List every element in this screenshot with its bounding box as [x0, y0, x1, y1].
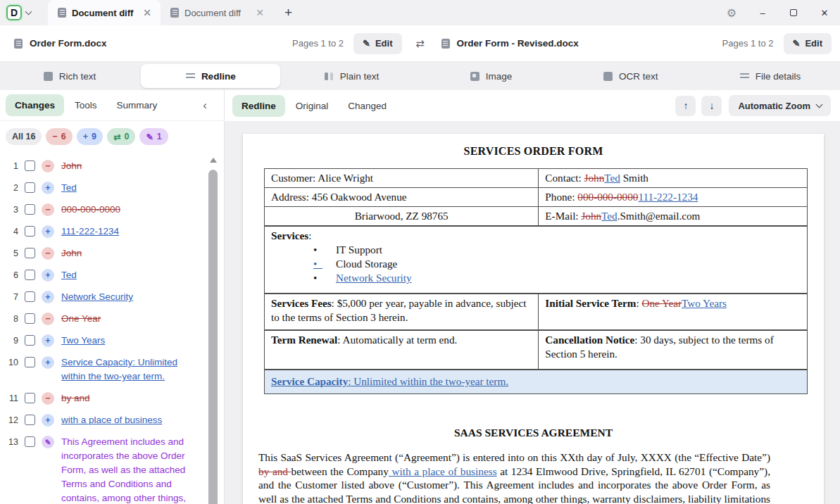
view-tab-redline[interactable]: Redline — [141, 64, 280, 88]
zoom-dropdown[interactable]: Automatic Zoom — [729, 95, 831, 116]
change-row[interactable]: 13✎This Agreement includes and incorpora… — [0, 432, 224, 504]
change-checkbox[interactable] — [25, 182, 35, 193]
change-row[interactable]: 3−000-000-0000 — [0, 200, 224, 222]
change-row[interactable]: 6+Ted — [0, 265, 224, 287]
change-checkbox[interactable] — [25, 204, 35, 215]
scrollbar-thumb[interactable] — [208, 170, 218, 504]
filter-ins-chip[interactable]: +9 — [77, 128, 103, 145]
bullet-text: IT Support — [336, 243, 382, 257]
term-cell: Initial Service Term: One YearTwo Years — [539, 294, 808, 330]
change-number: 11 — [0, 391, 18, 405]
text-segment: : Unlimited within the two-year term. — [348, 375, 508, 387]
change-text[interactable]: 111-222-1234 — [61, 225, 203, 239]
change-checkbox[interactable] — [25, 160, 35, 171]
change-row[interactable]: 9+Two Years — [0, 331, 224, 353]
sidebar-tab-changes[interactable]: Changes — [6, 94, 64, 116]
next-change-button[interactable]: ↓ — [701, 96, 722, 116]
viewer-mode-redline[interactable]: Redline — [232, 95, 285, 117]
window-tab-document-diff[interactable]: Document diff✕ — [48, 0, 161, 25]
app-logo: D — [6, 5, 22, 20]
change-text[interactable]: This Agreement includes and incorporates… — [61, 435, 203, 504]
new-tab-button[interactable]: + — [273, 0, 303, 25]
change-text[interactable]: 000-000-0000 — [61, 203, 203, 217]
swap-documents-icon[interactable]: ⇄ — [415, 37, 425, 50]
change-text[interactable]: John — [61, 246, 203, 260]
change-checkbox[interactable] — [25, 436, 35, 447]
right-document-name: Order Form - Revised.docx — [457, 38, 579, 49]
viewer-panel: RedlineOriginalChanged ↑ ↓ Automatic Zoo… — [225, 90, 840, 504]
change-checkbox[interactable] — [25, 393, 35, 403]
ins-icon: + — [42, 414, 54, 427]
text-segment: 111-222-1234 — [638, 191, 698, 203]
sidebar-tab-summary[interactable]: Summary — [108, 94, 167, 116]
change-text[interactable]: Service Capacity: Unlimited within the t… — [61, 355, 203, 384]
maximize-button[interactable] — [778, 0, 809, 25]
previous-change-button[interactable]: ↑ — [675, 96, 696, 116]
change-row[interactable]: 5−John — [0, 244, 224, 265]
viewer-mode-changed[interactable]: Changed — [339, 95, 396, 117]
view-tab-file-details[interactable]: File details — [701, 62, 840, 90]
titlebar: D Document diff✕Document diff✕ + ⚙ – ✕ — [0, 0, 840, 25]
collapse-sidebar-chevron[interactable]: ‹ — [203, 99, 207, 111]
view-tab-label: Rich text — [59, 71, 96, 82]
document-canvas[interactable]: SERVICES ORDER FORM Customer: Alice Wrig… — [225, 121, 840, 504]
left-edit-button[interactable]: ✎ Edit — [353, 33, 401, 54]
scroll-up-arrow-icon[interactable] — [210, 158, 217, 163]
filter-edit-chip[interactable]: ✎1 — [139, 128, 168, 145]
bullet-text: Network Security — [336, 271, 412, 285]
view-tab-ocr-text[interactable]: OCR text — [561, 62, 701, 90]
change-text[interactable]: Ted — [61, 268, 203, 282]
filter-del-chip[interactable]: −6 — [46, 128, 72, 145]
change-text[interactable]: Ted — [61, 181, 203, 195]
change-checkbox[interactable] — [25, 248, 35, 258]
change-checkbox[interactable] — [25, 313, 35, 324]
change-number: 13 — [0, 435, 18, 449]
change-text[interactable]: One Year — [61, 312, 203, 326]
change-row[interactable]: 7+Network Security — [0, 287, 224, 309]
viewer-mode-original[interactable]: Original — [287, 95, 338, 117]
services-bullet-item: • IT Support — [271, 243, 801, 257]
change-text[interactable]: Two Years — [61, 334, 203, 348]
change-text[interactable]: John — [61, 159, 203, 173]
close-button[interactable]: ✕ — [809, 0, 840, 25]
app-menu[interactable]: D — [0, 0, 38, 25]
changes-scrollbar[interactable] — [208, 155, 218, 504]
table-row: Services Fees: $5,000 per year, payable … — [265, 294, 808, 330]
text-segment: Term Renewal — [271, 334, 337, 346]
change-row[interactable]: 4+111-222-1234 — [0, 222, 224, 244]
change-text[interactable]: by and — [61, 391, 203, 405]
change-checkbox[interactable] — [25, 357, 35, 367]
right-edit-button[interactable]: ✎ Edit — [784, 33, 832, 54]
change-checkbox[interactable] — [25, 335, 35, 346]
change-row[interactable]: 2+Ted — [0, 178, 224, 200]
change-row[interactable]: 8−One Year — [0, 309, 224, 331]
filter-all-chip[interactable]: All 16 — [6, 128, 42, 145]
change-number: 2 — [0, 181, 18, 195]
filter-count: 1 — [157, 132, 162, 141]
change-number: 10 — [0, 355, 18, 370]
change-checkbox[interactable] — [25, 270, 35, 280]
right-pages-label: Pages 1 to 2 — [722, 38, 774, 49]
change-checkbox[interactable] — [25, 415, 35, 425]
text-segment: Address: 456 Oakwood Avenue — [271, 191, 406, 203]
window-tab-document-diff[interactable]: Document diff✕ — [161, 0, 273, 25]
view-tab-plain-text[interactable]: Plain text — [282, 62, 421, 90]
filter-move-chip[interactable]: ⇄0 — [107, 128, 135, 145]
change-row[interactable]: 1−John — [0, 156, 224, 178]
change-row[interactable]: 12+with a place of business — [0, 410, 224, 432]
settings-gear-icon[interactable]: ⚙ — [716, 0, 747, 25]
sidebar-tab-tools[interactable]: Tools — [65, 94, 106, 116]
change-text[interactable]: Network Security — [61, 290, 203, 304]
view-tab-image[interactable]: Image — [422, 62, 561, 90]
text-segment: Cloud Storage — [336, 258, 397, 270]
close-tab-icon[interactable]: ✕ — [141, 7, 153, 18]
ins-icon: + — [42, 269, 54, 282]
view-tab-rich-text[interactable]: Rich text — [0, 62, 139, 90]
change-text[interactable]: with a place of business — [61, 413, 203, 427]
close-tab-icon[interactable]: ✕ — [253, 7, 266, 18]
change-checkbox[interactable] — [25, 226, 35, 237]
change-row[interactable]: 10+Service Capacity: Unlimited within th… — [0, 353, 224, 389]
change-row[interactable]: 11−by and — [0, 389, 224, 410]
minimize-button[interactable]: – — [747, 0, 778, 25]
change-checkbox[interactable] — [25, 291, 35, 302]
